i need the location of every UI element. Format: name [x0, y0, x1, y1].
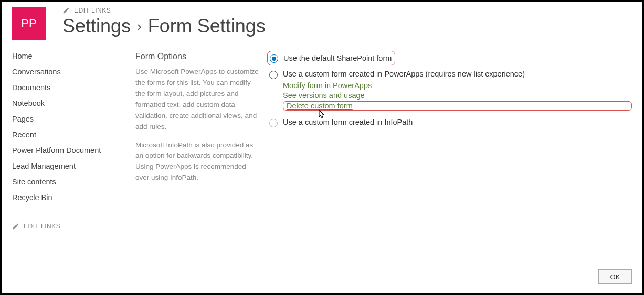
link-modify-powerapps[interactable]: Modify form in PowerApps — [283, 81, 632, 90]
radio-default-form-label: Use the default SharePoint form — [283, 54, 392, 62]
highlight-delete-link: Delete custom form — [283, 101, 632, 111]
ok-button-label: OK — [610, 273, 620, 281]
nav-notebook[interactable]: Notebook — [12, 99, 135, 107]
breadcrumb-current: Form Settings — [148, 15, 266, 37]
site-logo-text: PP — [21, 17, 36, 30]
form-options-desc-2: Microsoft InfoPath is also provided as a… — [135, 140, 259, 184]
highlight-default-option: Use the default SharePoint form — [267, 51, 395, 65]
breadcrumb-settings[interactable]: Settings — [62, 15, 131, 37]
radio-default-form[interactable] — [270, 54, 278, 63]
radio-powerapps-form-label: Use a custom form created in PowerApps (… — [283, 70, 525, 78]
link-delete-custom-form[interactable]: Delete custom form — [287, 102, 353, 110]
nav-site-contents[interactable]: Site contents — [12, 178, 135, 186]
nav-power-platform-document[interactable]: Power Platform Document — [12, 146, 135, 155]
radio-infopath-form-label: Use a custom form created in InfoPath — [283, 118, 413, 126]
form-options-title: Form Options — [135, 52, 259, 61]
edit-links-bottom[interactable]: EDIT LINKS — [12, 223, 135, 230]
link-versions-usage[interactable]: See versions and usage — [283, 91, 632, 100]
nav-recycle-bin[interactable]: Recycle Bin — [12, 193, 135, 202]
pencil-icon — [62, 7, 70, 14]
ok-button[interactable]: OK — [598, 269, 632, 284]
breadcrumb: Settings › Form Settings — [62, 15, 266, 37]
radio-infopath-form[interactable] — [269, 119, 278, 127]
nav-pages[interactable]: Pages — [12, 115, 135, 123]
form-options-desc-1: Use Microsoft PowerApps to customize the… — [135, 67, 259, 133]
radio-powerapps-form[interactable] — [269, 71, 278, 79]
site-logo[interactable]: PP — [12, 7, 46, 40]
pencil-icon — [12, 223, 19, 230]
nav-home[interactable]: Home — [12, 52, 135, 60]
edit-links-top[interactable]: EDIT LINKS — [62, 7, 266, 14]
nav-conversations[interactable]: Conversations — [12, 68, 135, 76]
edit-links-bottom-label: EDIT LINKS — [24, 223, 60, 230]
chevron-right-icon: › — [137, 18, 142, 35]
edit-links-top-label: EDIT LINKS — [74, 7, 111, 14]
nav-recent[interactable]: Recent — [12, 130, 135, 139]
form-options-radio-group: Use the default SharePoint form Use a cu… — [269, 52, 632, 230]
quicklaunch-nav: Home Conversations Documents Notebook Pa… — [12, 52, 135, 230]
nav-documents[interactable]: Documents — [12, 83, 135, 92]
nav-lead-management[interactable]: Lead Management — [12, 162, 135, 170]
